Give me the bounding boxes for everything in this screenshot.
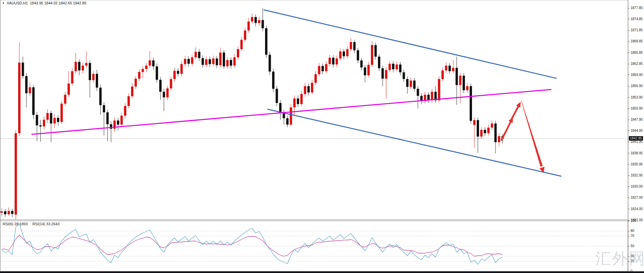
rsi-axis-label-tick (628, 236, 630, 236)
bear-candle-body (360, 61, 363, 68)
bull-candle-body (350, 42, 352, 49)
bull-candle-body (368, 65, 370, 75)
bear-candle-body (470, 86, 472, 121)
bull-candle-body (180, 64, 183, 74)
price-axis-label: 1856.90 (631, 84, 643, 88)
bear-candle-body (357, 50, 359, 61)
bull-candle-body (124, 106, 126, 116)
bear-candle-body (11, 211, 13, 214)
bull-candle-body (43, 120, 45, 126)
price-axis-label: 1832.95 (631, 173, 643, 177)
price-axis-label-tick (628, 19, 630, 19)
bear-candle-body (269, 55, 271, 72)
bear-candle-body (198, 52, 201, 58)
price-chart-pane[interactable] (0, 0, 628, 219)
price-axis-label: 1868.85 (631, 39, 643, 43)
bull-candle-body (311, 83, 313, 92)
trading-chart-window: ▼ XAUUSD,H1 1843.95 1844.02 1842.65 1842… (0, 0, 644, 273)
bear-candle-body (152, 61, 155, 67)
bull-candle-body (491, 123, 493, 127)
bull-candle-body (92, 74, 95, 80)
bear-candle-body (163, 92, 165, 98)
price-axis-label: 1877.80 (631, 6, 643, 10)
price-axis-label-tick (628, 41, 630, 42)
chart-header: ▼ XAUUSD,H1 1843.95 1844.02 1842.65 1842… (2, 1, 86, 5)
price-axis-label: 1835.95 (631, 162, 643, 166)
price-axis-label: 1865.85 (631, 51, 643, 54)
bull-candle-body (325, 64, 328, 71)
price-axis-label: 1871.85 (631, 28, 643, 32)
bull-candle-body (135, 79, 137, 86)
price-axis[interactable]: 1877.801874.851871.851868.851865.851862.… (628, 0, 644, 271)
triangle-down-icon[interactable]: ▼ (2, 1, 5, 5)
bull-candle-body (64, 95, 67, 104)
bear-candle-body (25, 76, 28, 93)
bear-candle-body (202, 58, 204, 65)
projection-up-arrow-1-shaft[interactable] (501, 120, 512, 141)
bear-candle-body (307, 86, 310, 92)
rsi-axis-label: 70 (631, 234, 634, 238)
bull-candle-body (258, 20, 260, 23)
bear-candle-body (399, 65, 401, 72)
bull-candle-body (145, 66, 147, 69)
bull-candle-body (244, 31, 246, 40)
bear-candle-body (448, 66, 451, 71)
bear-candle-body (343, 51, 345, 56)
bear-candle-body (297, 99, 299, 104)
upper-resistance-line[interactable] (264, 10, 556, 78)
price-axis-label: 1827.00 (631, 196, 643, 199)
projection-down-arrow-shaft[interactable] (521, 101, 543, 166)
bear-candle-body (265, 28, 267, 55)
bear-candle-body (187, 59, 190, 64)
price-axis-label-tick (628, 187, 630, 187)
bull-candle-body (300, 94, 303, 104)
bull-candle-body (53, 118, 56, 124)
bull-candle-body (290, 108, 292, 125)
watermark: 汇外网 (595, 248, 644, 269)
symbol-period-label: XAUUSD,H1 (7, 1, 28, 5)
price-axis-label: 1853.90 (631, 95, 643, 99)
ascending-trendline[interactable] (32, 89, 551, 134)
bull-candle-body (237, 49, 239, 57)
bear-candle-body (57, 118, 59, 122)
window-top-border (0, 0, 644, 0)
price-axis-label-tick (628, 108, 630, 109)
price-axis-label-tick (628, 176, 630, 176)
rsi-axis-label: 80 (631, 229, 634, 233)
price-axis-label-tick (628, 120, 630, 120)
bear-candle-body (106, 112, 109, 124)
candles-group (1, 8, 504, 219)
rsi-axis-label: 50 (631, 244, 634, 248)
bear-candle-body (484, 130, 486, 133)
rsi-pane-background (0, 221, 628, 271)
bear-candle-body (216, 58, 218, 65)
bear-candle-body (156, 66, 158, 80)
bull-candle-body (15, 133, 17, 214)
bear-candle-body (332, 58, 335, 65)
bear-candle-body (353, 42, 356, 50)
bull-candle-body (233, 57, 236, 66)
price-axis-label-tick (628, 97, 630, 98)
bear-candle-body (382, 68, 384, 79)
bull-candle-body (339, 51, 342, 58)
price-axis-label-tick (628, 209, 630, 209)
bear-candle-body (477, 120, 479, 136)
pane-divider[interactable] (0, 219, 644, 221)
bear-candle-body (276, 89, 278, 103)
bull-candle-body (85, 63, 88, 66)
bear-candle-body (417, 89, 419, 96)
rsi-axis-label-tick (628, 246, 630, 246)
bear-candle-body (32, 87, 35, 115)
bull-candle-body (487, 128, 490, 133)
bear-candle-body (22, 63, 24, 76)
price-axis-label-tick (628, 64, 630, 64)
lower-support-line[interactable] (268, 109, 561, 176)
bear-candle-body (50, 113, 52, 123)
price-axis-label-tick (628, 220, 630, 221)
rsi-axis-label: 100 (631, 219, 636, 223)
window-left-border (0, 0, 0, 271)
bull-candle-body (389, 64, 391, 70)
rsi-indicator-pane[interactable] (0, 221, 628, 271)
bull-candle-body (195, 52, 197, 57)
bull-candle-body (251, 17, 253, 22)
